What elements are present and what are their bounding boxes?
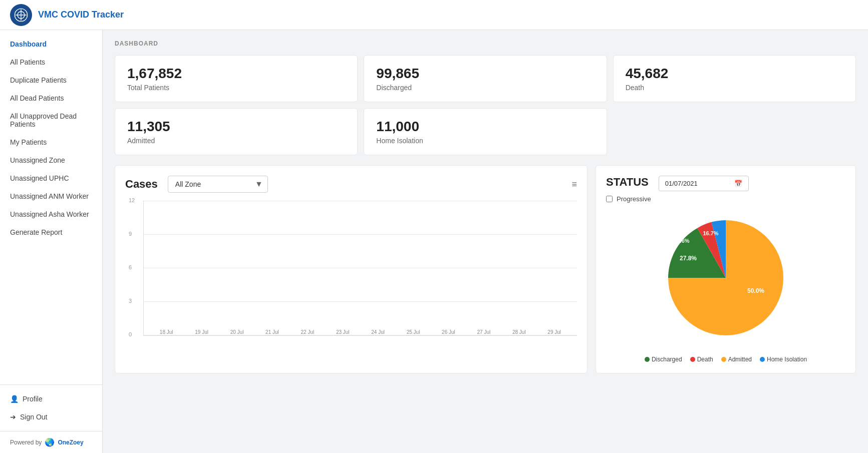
death-pct-label: 5.6% xyxy=(677,238,689,244)
progressive-checkbox-wrapper[interactable]: Progressive xyxy=(606,195,845,203)
cases-chart-card: Cases All Zone ▼ ≡ 12 9 xyxy=(115,165,588,373)
bar-chart-area: 12 9 6 3 0 18 Jul19 Jul20 Jul21 Jul22 Ju… xyxy=(125,201,577,351)
home-isolation-label: Home Isolation xyxy=(376,137,594,145)
legend-label: Discharged xyxy=(652,356,682,363)
bar-group: 22 Jul xyxy=(299,327,316,335)
bar-date-label: 23 Jul xyxy=(336,329,350,335)
legend-item: Home Isolation xyxy=(760,356,807,363)
app-title: VMC COVID Tracker xyxy=(38,10,124,20)
legend-item: Discharged xyxy=(645,356,682,363)
admitted-value: 11,305 xyxy=(127,119,345,135)
stat-home-isolation: 11,000 Home Isolation xyxy=(364,108,607,155)
stat-cards-row2: 11,305 Admitted 11,000 Home Isolation xyxy=(115,108,856,155)
pie-legend: DischargedDeathAdmittedHome Isolation xyxy=(606,356,845,363)
profile-label: Profile xyxy=(23,395,43,403)
bar-group: 24 Jul xyxy=(370,327,387,335)
sidebar: DashboardAll PatientsDuplicate PatientsA… xyxy=(0,30,103,453)
legend-item: Death xyxy=(690,356,713,363)
signout-label: Sign Out xyxy=(20,413,47,421)
app-header: VMC COVID Tracker xyxy=(0,0,868,30)
bar-group: 25 Jul xyxy=(405,327,422,335)
sidebar-item-profile[interactable]: 👤 Profile xyxy=(0,390,102,408)
app-logo xyxy=(10,4,32,26)
legend-item: Admitted xyxy=(721,356,752,363)
sidebar-item-my-patients[interactable]: My Patients xyxy=(0,133,102,151)
bar-date-label: 21 Jul xyxy=(265,329,279,335)
bar-group: 20 Jul xyxy=(228,327,245,335)
sidebar-nav: DashboardAll PatientsDuplicate PatientsA… xyxy=(0,35,102,384)
progressive-checkbox[interactable] xyxy=(606,196,613,202)
sidebar-item-all-dead-patients[interactable]: All Dead Patients xyxy=(0,89,102,107)
sidebar-item-all-patients[interactable]: All Patients xyxy=(0,53,102,71)
sidebar-item-signout[interactable]: ➔ Sign Out xyxy=(0,408,102,426)
bar-group: 29 Jul xyxy=(546,327,563,335)
pie-chart-svg: 50.0% 27.8% 5.6% 16.7% xyxy=(656,208,796,348)
home-isolation-pct-label: 16.7% xyxy=(703,230,718,236)
bar-date-label: 19 Jul xyxy=(195,329,208,335)
bar-group: 23 Jul xyxy=(334,327,351,335)
bar-group: 27 Jul xyxy=(475,327,492,335)
legend-dot xyxy=(690,357,695,362)
sidebar-item-all-unapproved-dead-patients[interactable]: All Unapproved Dead Patients xyxy=(0,107,102,133)
legend-label: Death xyxy=(697,356,713,363)
cases-chart-title: Cases xyxy=(125,178,158,191)
progressive-label: Progressive xyxy=(617,195,651,203)
home-isolation-value: 11,000 xyxy=(376,119,594,135)
sidebar-item-unassigned-asha-worker[interactable]: Unassigned Asha Worker xyxy=(0,205,102,223)
discharged-pct-label: 27.8% xyxy=(680,255,697,262)
bar-date-label: 26 Jul xyxy=(442,329,455,335)
status-chart-title: STATUS xyxy=(606,176,649,189)
legend-label: Home Isolation xyxy=(767,356,807,363)
sidebar-footer: 👤 Profile ➔ Sign Out xyxy=(0,384,102,431)
stat-discharged: 99,865 Discharged xyxy=(364,55,607,102)
bar-date-label: 29 Jul xyxy=(547,329,561,335)
legend-dot xyxy=(645,357,650,362)
status-chart-card: STATUS 01/07/2021 📅 Progressive xyxy=(596,165,856,373)
stat-cards-row1: 1,67,852 Total Patients 99,865 Discharge… xyxy=(115,55,856,102)
charts-section: Cases All Zone ▼ ≡ 12 9 xyxy=(115,165,856,373)
powered-by-brand: OneZoey xyxy=(58,439,83,446)
sidebar-item-unassigned-zone[interactable]: Unassigned Zone xyxy=(0,151,102,169)
bar-chart-inner: 12 9 6 3 0 18 Jul19 Jul20 Jul21 Jul22 Ju… xyxy=(143,201,577,336)
discharged-label: Discharged xyxy=(376,84,594,92)
legend-dot xyxy=(721,357,726,362)
sidebar-item-dashboard[interactable]: Dashboard xyxy=(0,35,102,53)
stat-admitted: 11,305 Admitted xyxy=(115,108,358,155)
total-patients-value: 1,67,852 xyxy=(127,66,345,82)
bar-group: 18 Jul xyxy=(158,327,175,335)
legend-label: Admitted xyxy=(728,356,752,363)
sidebar-item-unassigned-uphc[interactable]: Unassigned UPHC xyxy=(0,169,102,187)
onezone-icon: 🌏 xyxy=(45,437,55,447)
stat-total-patients: 1,67,852 Total Patients xyxy=(115,55,358,102)
death-label: Death xyxy=(626,84,843,92)
cases-chart-header: Cases All Zone ▼ ≡ xyxy=(125,176,577,193)
date-picker[interactable]: 01/07/2021 📅 xyxy=(659,176,749,191)
bar-date-label: 24 Jul xyxy=(371,329,385,335)
total-patients-label: Total Patients xyxy=(127,84,345,92)
sidebar-item-generate-report[interactable]: Generate Report xyxy=(0,223,102,241)
discharged-value: 99,865 xyxy=(376,66,594,82)
status-header: STATUS 01/07/2021 📅 xyxy=(606,176,845,191)
sidebar-item-duplicate-patients[interactable]: Duplicate Patients xyxy=(0,71,102,89)
bar-date-label: 25 Jul xyxy=(407,329,420,335)
legend-dot xyxy=(760,357,765,362)
powered-by: Powered by 🌏 OneZoey xyxy=(0,431,102,453)
pie-chart-container: 50.0% 27.8% 5.6% 16.7% xyxy=(606,208,845,348)
calendar-icon: 📅 xyxy=(734,180,742,187)
main-content: DASHBOARD 1,67,852 Total Patients 99,865… xyxy=(103,30,868,453)
person-icon: 👤 xyxy=(10,395,19,403)
bars-container: 18 Jul19 Jul20 Jul21 Jul22 Jul23 Jul24 J… xyxy=(144,201,577,335)
signout-icon: ➔ xyxy=(10,413,16,421)
bar-date-label: 28 Jul xyxy=(512,329,526,335)
chart-menu-icon[interactable]: ≡ xyxy=(571,179,577,190)
date-value: 01/07/2021 xyxy=(665,180,698,187)
zone-select-wrapper[interactable]: All Zone ▼ xyxy=(168,176,268,193)
bar-group: 26 Jul xyxy=(440,327,457,335)
powered-by-prefix: Powered by xyxy=(10,439,42,446)
bar-group: 19 Jul xyxy=(193,327,210,335)
bar-group: 28 Jul xyxy=(510,327,527,335)
sidebar-item-unassigned-anm-worker[interactable]: Unassigned ANM Worker xyxy=(0,187,102,205)
bar-date-label: 20 Jul xyxy=(230,329,244,335)
bar-group: 21 Jul xyxy=(263,327,280,335)
zone-select[interactable]: All Zone xyxy=(168,176,268,193)
